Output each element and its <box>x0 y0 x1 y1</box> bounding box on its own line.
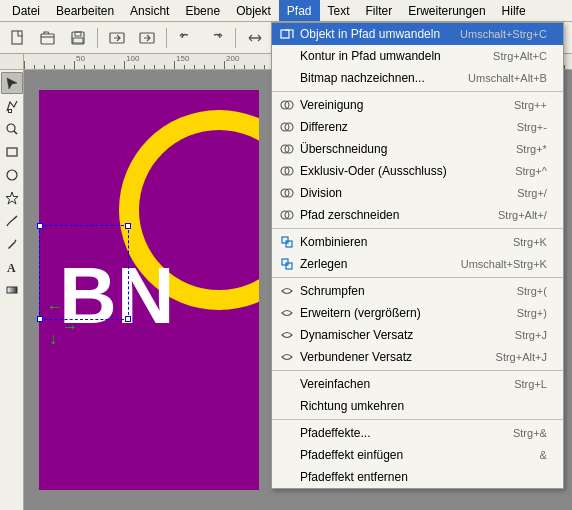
menu-item-pfad-zerschneiden[interactable]: Pfad zerschneiden Strg+Alt+/ <box>272 204 563 226</box>
svg-rect-31 <box>286 263 292 269</box>
svg-rect-29 <box>286 241 292 247</box>
ueberschneidung-icon <box>278 140 296 158</box>
pencil-tool[interactable] <box>1 233 23 255</box>
dynamischer-icon <box>278 326 296 344</box>
bitmap-shortcut: Umschalt+Alt+B <box>468 72 547 84</box>
erweitern-icon <box>278 304 296 322</box>
vereinigung-label: Vereinigung <box>300 98 494 112</box>
menu-item-objekt-in-pfad[interactable]: Objekt in Pfad umwandeln Umschalt+Strg+C <box>272 23 563 45</box>
redo-button[interactable] <box>202 25 230 51</box>
menu-erweiterungen[interactable]: Erweiterungen <box>400 0 493 21</box>
menu-item-verbundener-versatz[interactable]: Verbundener Versatz Strg+Alt+J <box>272 346 563 368</box>
division-label: Division <box>300 186 497 200</box>
menu-text[interactable]: Text <box>320 0 358 21</box>
exklusiv-label: Exklusiv-Oder (Ausschluss) <box>300 164 495 178</box>
open-button[interactable] <box>34 25 62 51</box>
handle-tl[interactable] <box>37 223 43 229</box>
menu-filter[interactable]: Filter <box>358 0 401 21</box>
schrumpfen-label: Schrumpfen <box>300 284 497 298</box>
svg-rect-8 <box>8 110 11 113</box>
menu-item-bitmap[interactable]: Bitmap nachzeichnen... Umschalt+Alt+B <box>272 67 563 89</box>
sep2 <box>166 28 167 48</box>
menu-ebene[interactable]: Ebene <box>177 0 228 21</box>
node-tool[interactable] <box>1 95 23 117</box>
pen-tool[interactable] <box>1 210 23 232</box>
svg-rect-0 <box>12 31 22 44</box>
objekt-in-pfad-icon <box>278 25 296 43</box>
menu-item-erweitern[interactable]: Erweitern (vergrößern) Strg+) <box>272 302 563 324</box>
kontur-in-pfad-label: Kontur in Pfad umwandeln <box>300 49 473 63</box>
menu-item-exklusiv-oder[interactable]: Exklusiv-Oder (Ausschluss) Strg+^ <box>272 160 563 182</box>
menu-item-differenz[interactable]: Differenz Strg+- <box>272 116 563 138</box>
bitmap-label: Bitmap nachzeichnen... <box>300 71 448 85</box>
menu-item-zerlegen[interactable]: Zerlegen Umschalt+Strg+K <box>272 253 563 275</box>
handle-tr[interactable] <box>125 223 131 229</box>
import-button[interactable] <box>103 25 131 51</box>
sep3 <box>235 28 236 48</box>
verbundener-icon <box>278 348 296 366</box>
ruler-corner <box>0 54 24 70</box>
dynamischer-shortcut: Strg+J <box>515 329 547 341</box>
menu-ansicht[interactable]: Ansicht <box>122 0 177 21</box>
menu-item-kombinieren[interactable]: Kombinieren Strg+K <box>272 231 563 253</box>
menu-item-division[interactable]: Division Strg+/ <box>272 182 563 204</box>
star-tool[interactable] <box>1 187 23 209</box>
save-button[interactable] <box>64 25 92 51</box>
menu-bearbeiten[interactable]: Bearbeiten <box>48 0 122 21</box>
zerlegen-label: Zerlegen <box>300 257 441 271</box>
verbundener-shortcut: Strg+Alt+J <box>496 351 547 363</box>
menu-objekt[interactable]: Objekt <box>228 0 279 21</box>
richtung-icon <box>278 397 296 415</box>
svg-marker-12 <box>6 192 18 204</box>
sep-5 <box>272 419 563 420</box>
gradient-tool[interactable] <box>1 279 23 301</box>
zoom-fit-button[interactable] <box>241 25 269 51</box>
menu-item-kontur-in-pfad[interactable]: Kontur in Pfad umwandeln Strg+Alt+C <box>272 45 563 67</box>
select-tool[interactable] <box>1 72 23 94</box>
kombinieren-label: Kombinieren <box>300 235 493 249</box>
menu-hilfe[interactable]: Hilfe <box>494 0 534 21</box>
menu-pfad[interactable]: Pfad <box>279 0 320 21</box>
pfadeffekt-einfuegen-label: Pfadeffekt einfügen <box>300 448 520 462</box>
svg-point-11 <box>7 170 17 180</box>
undo-button[interactable] <box>172 25 200 51</box>
menu-item-vereinfachen[interactable]: Vereinfachen Strg+L <box>272 373 563 395</box>
verbundener-label: Verbundener Versatz <box>300 350 476 364</box>
handle-br[interactable] <box>125 316 131 322</box>
circle-tool[interactable] <box>1 164 23 186</box>
export-button[interactable] <box>133 25 161 51</box>
left-toolbar: A <box>0 70 24 510</box>
objekt-in-pfad-shortcut: Umschalt+Strg+C <box>460 28 547 40</box>
differenz-shortcut: Strg+- <box>517 121 547 133</box>
sep1 <box>97 28 98 48</box>
menu-item-pfadeffekt-einfuegen[interactable]: Pfadeffekt einfügen & <box>272 444 563 466</box>
richtung-label: Richtung umkehren <box>300 399 547 413</box>
pfadeffekte-label: Pfadeffekte... <box>300 426 493 440</box>
menu-item-vereinigung[interactable]: Vereinigung Strg++ <box>272 94 563 116</box>
menu-item-pfadeffekte[interactable]: Pfadeffekte... Strg+& <box>272 422 563 444</box>
svg-rect-15 <box>281 30 289 38</box>
menu-item-ueberschneidung[interactable]: Überschneidung Strg+* <box>272 138 563 160</box>
menu-item-schrumpfen[interactable]: Schrumpfen Strg+( <box>272 280 563 302</box>
dynamischer-label: Dynamischer Versatz <box>300 328 495 342</box>
new-button[interactable] <box>4 25 32 51</box>
kontur-in-pfad-shortcut: Strg+Alt+C <box>493 50 547 62</box>
zoom-tool[interactable] <box>1 118 23 140</box>
zerlegen-icon <box>278 255 296 273</box>
erweitern-label: Erweitern (vergrößern) <box>300 306 497 320</box>
menu-datei[interactable]: Datei <box>4 0 48 21</box>
handle-bl[interactable] <box>37 316 43 322</box>
rect-tool[interactable] <box>1 141 23 163</box>
schrumpfen-shortcut: Strg+( <box>517 285 547 297</box>
menubar: Datei Bearbeiten Ansicht Ebene Objekt Pf… <box>0 0 572 22</box>
pfadeffekt-entfernen-icon <box>278 468 296 486</box>
sep-3 <box>272 277 563 278</box>
menu-item-dynamischer-versatz[interactable]: Dynamischer Versatz Strg+J <box>272 324 563 346</box>
kombinieren-icon <box>278 233 296 251</box>
text-tool[interactable]: A <box>1 256 23 278</box>
menu-item-richtung-umkehren[interactable]: Richtung umkehren <box>272 395 563 417</box>
zerlegen-shortcut: Umschalt+Strg+K <box>461 258 547 270</box>
sep-1 <box>272 91 563 92</box>
menu-item-pfadeffekt-entfernen[interactable]: Pfadeffekt entfernen <box>272 466 563 488</box>
svg-rect-10 <box>7 148 17 156</box>
